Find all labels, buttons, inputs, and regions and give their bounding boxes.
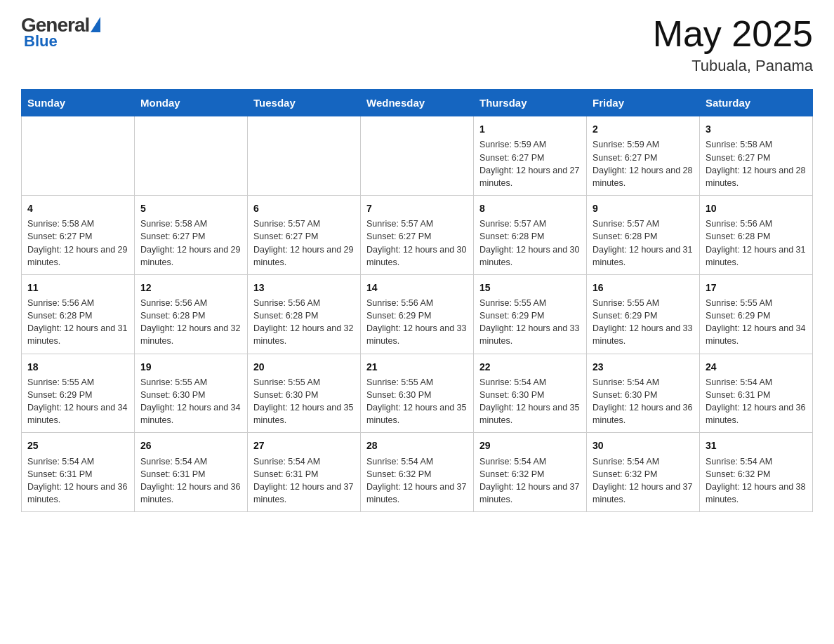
calendar-header-tuesday: Tuesday (248, 90, 361, 116)
day-info: Sunrise: 5:57 AMSunset: 6:28 PMDaylight:… (479, 217, 581, 269)
day-info: Sunrise: 5:55 AMSunset: 6:29 PMDaylight:… (593, 297, 694, 348)
page-header: General Blue May 2025 Tubuala, Panama (21, 14, 813, 75)
calendar-header-friday: Friday (587, 90, 700, 116)
day-number: 20 (253, 360, 355, 374)
calendar-cell: 26Sunrise: 5:54 AMSunset: 6:31 PMDayligh… (135, 433, 248, 512)
day-number: 16 (593, 281, 694, 295)
title-area: May 2025 Tubuala, Panama (653, 14, 813, 75)
calendar-cell: 2Sunrise: 5:59 AMSunset: 6:27 PMDaylight… (587, 116, 700, 196)
calendar-week-row: 11Sunrise: 5:56 AMSunset: 6:28 PMDayligh… (22, 274, 813, 354)
calendar-cell: 4Sunrise: 5:58 AMSunset: 6:27 PMDaylight… (22, 195, 135, 274)
day-number: 11 (27, 281, 128, 295)
day-info: Sunrise: 5:58 AMSunset: 6:27 PMDaylight:… (27, 217, 128, 269)
day-number: 27 (253, 438, 355, 452)
day-info: Sunrise: 5:56 AMSunset: 6:28 PMDaylight:… (253, 297, 355, 348)
calendar-week-row: 4Sunrise: 5:58 AMSunset: 6:27 PMDaylight… (22, 195, 813, 274)
calendar-week-row: 25Sunrise: 5:54 AMSunset: 6:31 PMDayligh… (22, 433, 813, 512)
day-number: 10 (706, 201, 807, 215)
calendar-cell: 30Sunrise: 5:54 AMSunset: 6:32 PMDayligh… (587, 433, 700, 512)
day-info: Sunrise: 5:54 AMSunset: 6:32 PMDaylight:… (706, 455, 807, 507)
calendar-cell: 9Sunrise: 5:57 AMSunset: 6:28 PMDaylight… (587, 195, 700, 274)
month-year-title: May 2025 (653, 14, 813, 54)
day-number: 17 (706, 281, 807, 295)
calendar-cell: 27Sunrise: 5:54 AMSunset: 6:31 PMDayligh… (248, 433, 361, 512)
day-number: 29 (479, 438, 581, 452)
day-number: 14 (366, 281, 468, 295)
day-number: 7 (366, 201, 468, 215)
day-info: Sunrise: 5:56 AMSunset: 6:28 PMDaylight:… (706, 217, 807, 269)
day-number: 15 (479, 281, 581, 295)
day-info: Sunrise: 5:56 AMSunset: 6:28 PMDaylight:… (27, 297, 128, 348)
day-info: Sunrise: 5:54 AMSunset: 6:31 PMDaylight:… (253, 455, 355, 507)
calendar-cell (135, 116, 248, 196)
calendar-header-sunday: Sunday (22, 90, 135, 116)
calendar-cell: 29Sunrise: 5:54 AMSunset: 6:32 PMDayligh… (474, 433, 587, 512)
day-info: Sunrise: 5:55 AMSunset: 6:30 PMDaylight:… (140, 376, 241, 427)
calendar-cell: 19Sunrise: 5:55 AMSunset: 6:30 PMDayligh… (135, 354, 248, 433)
calendar-cell: 31Sunrise: 5:54 AMSunset: 6:32 PMDayligh… (700, 433, 813, 512)
calendar-header-thursday: Thursday (474, 90, 587, 116)
day-number: 19 (140, 360, 241, 374)
day-info: Sunrise: 5:55 AMSunset: 6:30 PMDaylight:… (366, 376, 468, 427)
logo-blue-text: Blue (24, 32, 58, 51)
calendar-cell: 24Sunrise: 5:54 AMSunset: 6:31 PMDayligh… (700, 354, 813, 433)
day-info: Sunrise: 5:54 AMSunset: 6:30 PMDaylight:… (593, 376, 694, 427)
day-number: 31 (706, 438, 807, 452)
day-number: 9 (593, 201, 694, 215)
calendar-week-row: 1Sunrise: 5:59 AMSunset: 6:27 PMDaylight… (22, 116, 813, 196)
day-number: 3 (706, 122, 807, 136)
calendar-cell: 21Sunrise: 5:55 AMSunset: 6:30 PMDayligh… (361, 354, 474, 433)
day-number: 24 (706, 360, 807, 374)
day-info: Sunrise: 5:54 AMSunset: 6:31 PMDaylight:… (140, 455, 241, 507)
day-info: Sunrise: 5:57 AMSunset: 6:27 PMDaylight:… (366, 217, 468, 269)
day-info: Sunrise: 5:56 AMSunset: 6:28 PMDaylight:… (140, 297, 241, 348)
day-info: Sunrise: 5:55 AMSunset: 6:29 PMDaylight:… (479, 297, 581, 348)
calendar-cell: 15Sunrise: 5:55 AMSunset: 6:29 PMDayligh… (474, 274, 587, 354)
calendar-cell: 6Sunrise: 5:57 AMSunset: 6:27 PMDaylight… (248, 195, 361, 274)
calendar-cell: 28Sunrise: 5:54 AMSunset: 6:32 PMDayligh… (361, 433, 474, 512)
day-number: 2 (593, 122, 694, 136)
day-info: Sunrise: 5:54 AMSunset: 6:31 PMDaylight:… (27, 455, 128, 507)
day-number: 8 (479, 201, 581, 215)
calendar-header-monday: Monday (135, 90, 248, 116)
day-number: 6 (253, 201, 355, 215)
calendar-table: SundayMondayTuesdayWednesdayThursdayFrid… (21, 89, 813, 512)
day-info: Sunrise: 5:58 AMSunset: 6:27 PMDaylight:… (140, 217, 241, 269)
calendar-cell: 14Sunrise: 5:56 AMSunset: 6:29 PMDayligh… (361, 274, 474, 354)
location-subtitle: Tubuala, Panama (653, 57, 813, 75)
day-info: Sunrise: 5:55 AMSunset: 6:29 PMDaylight:… (706, 297, 807, 348)
day-number: 22 (479, 360, 581, 374)
calendar-cell: 7Sunrise: 5:57 AMSunset: 6:27 PMDaylight… (361, 195, 474, 274)
day-number: 21 (366, 360, 468, 374)
calendar-cell: 13Sunrise: 5:56 AMSunset: 6:28 PMDayligh… (248, 274, 361, 354)
calendar-cell: 25Sunrise: 5:54 AMSunset: 6:31 PMDayligh… (22, 433, 135, 512)
calendar-cell: 10Sunrise: 5:56 AMSunset: 6:28 PMDayligh… (700, 195, 813, 274)
day-info: Sunrise: 5:59 AMSunset: 6:27 PMDaylight:… (479, 138, 581, 189)
calendar-header-saturday: Saturday (700, 90, 813, 116)
calendar-cell (22, 116, 135, 196)
day-info: Sunrise: 5:54 AMSunset: 6:32 PMDaylight:… (366, 455, 468, 507)
day-info: Sunrise: 5:54 AMSunset: 6:31 PMDaylight:… (706, 376, 807, 427)
day-number: 5 (140, 201, 241, 215)
day-number: 28 (366, 438, 468, 452)
calendar-cell: 22Sunrise: 5:54 AMSunset: 6:30 PMDayligh… (474, 354, 587, 433)
calendar-cell: 16Sunrise: 5:55 AMSunset: 6:29 PMDayligh… (587, 274, 700, 354)
calendar-cell (248, 116, 361, 196)
day-number: 13 (253, 281, 355, 295)
calendar-cell: 23Sunrise: 5:54 AMSunset: 6:30 PMDayligh… (587, 354, 700, 433)
calendar-week-row: 18Sunrise: 5:55 AMSunset: 6:29 PMDayligh… (22, 354, 813, 433)
calendar-cell: 11Sunrise: 5:56 AMSunset: 6:28 PMDayligh… (22, 274, 135, 354)
day-info: Sunrise: 5:55 AMSunset: 6:29 PMDaylight:… (27, 376, 128, 427)
day-number: 1 (479, 122, 581, 136)
day-info: Sunrise: 5:59 AMSunset: 6:27 PMDaylight:… (593, 138, 694, 189)
day-info: Sunrise: 5:54 AMSunset: 6:32 PMDaylight:… (593, 455, 694, 507)
calendar-cell: 8Sunrise: 5:57 AMSunset: 6:28 PMDaylight… (474, 195, 587, 274)
logo-triangle-icon (91, 17, 100, 32)
logo: General Blue (21, 14, 100, 51)
calendar-cell: 12Sunrise: 5:56 AMSunset: 6:28 PMDayligh… (135, 274, 248, 354)
calendar-cell: 3Sunrise: 5:58 AMSunset: 6:27 PMDaylight… (700, 116, 813, 196)
calendar-header-wednesday: Wednesday (361, 90, 474, 116)
calendar-cell: 5Sunrise: 5:58 AMSunset: 6:27 PMDaylight… (135, 195, 248, 274)
day-number: 30 (593, 438, 694, 452)
day-number: 23 (593, 360, 694, 374)
